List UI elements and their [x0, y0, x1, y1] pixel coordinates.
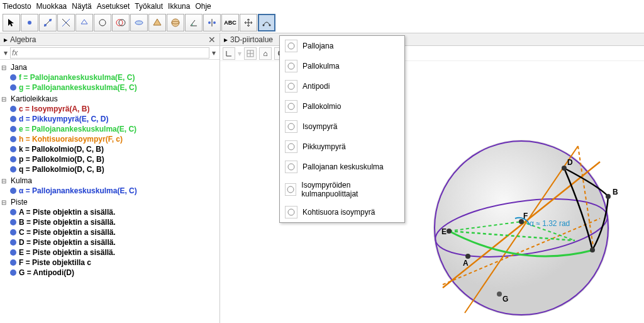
svg-point-17 [263, 25, 265, 26]
tool-select[interactable] [3, 14, 20, 31]
home-button[interactable]: ⌂ [259, 47, 272, 60]
view-sep: ▾ [238, 49, 242, 58]
menu-item[interactable]: Tiedosto [3, 2, 31, 11]
algebra-tree: ⊟Janaf = Pallojanankeskuskulma(E, C)g = … [0, 60, 219, 323]
svg-point-35 [465, 254, 470, 259]
menu-item[interactable]: Ikkuna [168, 2, 190, 11]
tree-item[interactable]: A = Piste objektin a sisällä. [1, 207, 218, 217]
dropdown-icon [285, 161, 297, 173]
dropdown-item[interactable]: Isoympyrä [280, 116, 404, 137]
svg-point-12 [172, 19, 179, 26]
dropdown-item[interactable]: Pallojana [280, 36, 404, 56]
svg-point-40 [562, 166, 567, 171]
svg-text:E: E [441, 227, 447, 236]
svg-point-46 [497, 292, 502, 297]
toolbar: ABC [0, 13, 644, 33]
dropdown-item[interactable]: Pallojanan keskuskulma [280, 157, 404, 177]
tree-group[interactable]: ⊟Piste [1, 197, 218, 207]
grid-toggle[interactable] [244, 47, 257, 60]
dropdown-item[interactable]: Pallokulma [280, 56, 404, 76]
collapse-icon[interactable]: ▸ [224, 35, 228, 44]
tool-pyramid[interactable] [148, 14, 166, 31]
tree-item[interactable]: k = Pallokolmio(D, C, B) [1, 144, 218, 154]
tree-item[interactable]: e = Pallojanankeskuskulma(E, C) [1, 124, 218, 134]
tree-group[interactable]: ⊟Kulma [1, 176, 218, 186]
tool-perpendicular[interactable] [57, 14, 75, 31]
tool-text[interactable]: ABC [221, 14, 239, 31]
tool-reflect[interactable] [203, 14, 221, 31]
tool-intersect[interactable] [112, 14, 130, 31]
tree-item[interactable]: α = Pallojanankeskuskulma(E, C) [1, 186, 218, 196]
axes-toggle[interactable] [223, 47, 235, 60]
tree-item[interactable]: h = Kohtisuoraisoympyr(F, c) [1, 134, 218, 144]
svg-point-51 [288, 103, 294, 110]
dropdown-item[interactable]: Pallokolmio [280, 96, 404, 116]
tool-dropdown: PallojanaPallokulmaAntipodiPallokolmioIs… [279, 35, 405, 223]
tool-circle[interactable] [94, 14, 111, 31]
svg-point-10 [135, 21, 143, 25]
svg-point-14 [208, 21, 211, 24]
svg-point-18 [269, 25, 271, 26]
dropdown-icon [285, 183, 296, 196]
sphere-render: α ≈ 1.32 rad A B D E F G [418, 124, 625, 323]
menu-item[interactable]: Ohje [195, 2, 211, 11]
dropdown-icon [285, 60, 297, 72]
dropdown-item[interactable]: Antipodi [280, 76, 404, 96]
tool-angle[interactable] [185, 14, 203, 31]
dropdown-icon [285, 140, 297, 153]
menubar: Tiedosto Muokkaa Näytä Asetukset Työkalu… [0, 0, 644, 13]
svg-text:A: A [463, 259, 469, 268]
svg-point-49 [288, 63, 294, 69]
menu-item[interactable]: Muokkaa [36, 2, 67, 11]
dropdown-icon [285, 80, 297, 93]
tree-item[interactable]: E = Piste objektin a sisällä. [1, 247, 218, 258]
tree-item[interactable]: p = Pallokolmio(D, C, B) [1, 154, 218, 164]
tool-sphere-arc[interactable] [258, 14, 275, 31]
tree-item[interactable]: C = Piste objektin a sisällä. [1, 227, 218, 237]
svg-text:B: B [613, 188, 618, 196]
input-dropdown[interactable]: ▾ [209, 48, 218, 57]
dropdown-item[interactable]: Pikkuympyrä [280, 137, 404, 157]
svg-point-42 [447, 229, 452, 234]
tool-point[interactable] [21, 14, 38, 31]
dropdown-item[interactable]: Isoympyröiden kulmanpuolittajat [280, 177, 404, 202]
svg-marker-11 [153, 19, 161, 25]
menu-item[interactable]: Asetukset [97, 2, 130, 11]
svg-text:α ≈ 1.32 rad: α ≈ 1.32 rad [530, 219, 570, 228]
svg-point-0 [28, 21, 31, 25]
tree-item[interactable]: F = Piste objektilla c [1, 258, 218, 268]
tool-plane[interactable] [130, 14, 148, 31]
tree-group[interactable]: ⊟Jana [1, 62, 218, 72]
svg-point-54 [288, 164, 294, 170]
input-bar: ▾ ▾ [0, 46, 219, 60]
svg-text:F: F [523, 212, 528, 220]
tree-item[interactable]: q = Pallokolmio(D, C, B) [1, 164, 218, 174]
tree-item[interactable]: f = Pallojanankeskuskulma(E, C) [1, 72, 218, 82]
svg-point-3 [49, 19, 52, 21]
tool-move-view[interactable] [240, 14, 257, 31]
menu-item[interactable]: Työkalut [135, 2, 163, 11]
dropdown-icon [285, 120, 297, 133]
close-icon[interactable]: ✕ [208, 35, 216, 45]
dropdown-icon [285, 100, 297, 113]
tree-item[interactable]: d = Pikkuympyrä(E, C, D) [1, 114, 218, 124]
menu-item[interactable]: Näytä [72, 2, 91, 11]
svg-point-2 [44, 24, 47, 26]
dropdown-icon [285, 206, 297, 218]
tree-item[interactable]: G = Antipodi(D) [1, 268, 218, 278]
algebra-input[interactable] [10, 47, 209, 59]
tool-polygon[interactable] [75, 14, 93, 31]
input-toggle[interactable]: ▾ [1, 48, 10, 57]
dropdown-item[interactable]: Kohtisuora isoympyrä [280, 202, 404, 222]
tree-item[interactable]: g = Pallojanankeskuskulma(E, C) [1, 82, 218, 93]
svg-marker-6 [81, 20, 87, 24]
tool-sphere[interactable] [167, 14, 184, 31]
tree-item[interactable]: D = Piste objektin a sisällä. [1, 237, 218, 247]
svg-point-37 [606, 194, 611, 199]
collapse-icon[interactable]: ▸ [4, 35, 8, 44]
tree-item[interactable]: B = Piste objektin a sisällä. [1, 217, 218, 227]
tree-group[interactable]: ⊟Kartioleikkaus [1, 94, 218, 104]
tree-item[interactable]: c = Isoympyrä(A, B) [1, 104, 218, 114]
tool-line[interactable] [39, 14, 57, 31]
algebra-panel: ▸ Algebra ✕ ▾ ▾ ⊟Janaf = Pallojanankesku… [0, 33, 220, 323]
